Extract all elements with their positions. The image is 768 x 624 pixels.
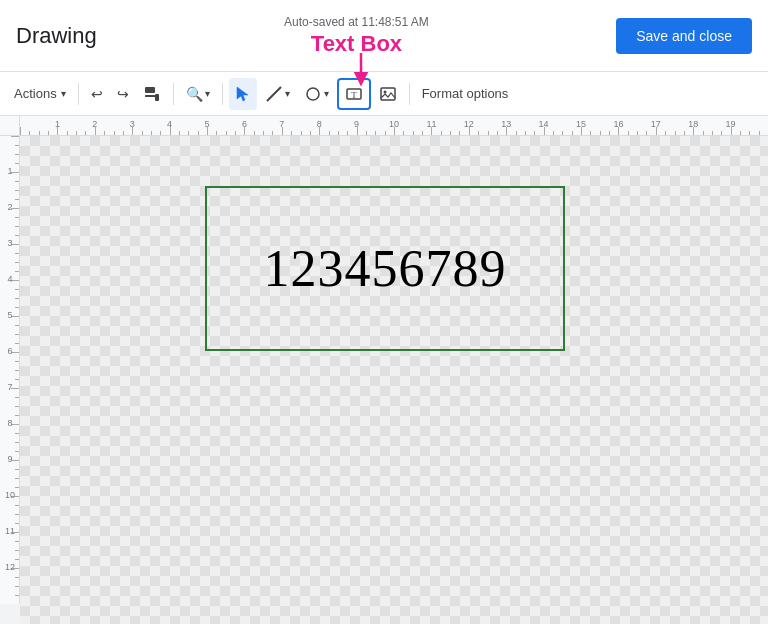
select-icon [235,86,251,102]
svg-rect-3 [145,95,155,97]
canvas-area[interactable]: 123456789 [20,136,768,624]
actions-chevron-icon: ▾ [61,88,66,99]
undo-icon: ↩ [91,86,103,102]
format-options-button[interactable]: Format options [416,78,515,110]
line-icon [265,85,283,103]
horizontal-ruler: 12345678910111213141516171819 [20,116,768,136]
shapes-button[interactable]: ▾ [298,78,335,110]
text-box-content-value: 123456789 [264,239,507,298]
textbox-icon: T [345,85,363,103]
header-center: Auto-saved at 11:48:51 AM Text Box [284,15,429,57]
select-button[interactable] [229,78,257,110]
svg-text:T: T [351,90,357,100]
arrow-icon [346,51,376,87]
format-options-label: Format options [422,86,509,101]
svg-rect-2 [145,87,155,93]
drawing-canvas: 123456789 [20,136,768,624]
autosaved-text: Auto-saved at 11:48:51 AM [284,15,429,29]
ruler-marks: 12345678910111213141516171819 [20,116,768,135]
shapes-icon [304,85,322,103]
actions-label: Actions [14,86,57,101]
toolbar: Actions ▾ ↩ ↪ 🔍 ▾ ▾ [0,72,768,116]
svg-rect-10 [381,88,395,100]
shapes-chevron-icon: ▾ [324,88,329,99]
redo-icon: ↪ [117,86,129,102]
canvas-wrapper: 123456789101112 123456789 [0,136,768,624]
svg-marker-5 [237,87,248,101]
line-tool-button[interactable]: ▾ [259,78,296,110]
zoom-button[interactable]: 🔍 ▾ [180,78,216,110]
svg-point-11 [383,90,386,93]
undo-button[interactable]: ↩ [85,78,109,110]
redo-button[interactable]: ↪ [111,78,135,110]
paint-format-icon [143,85,161,103]
separator-1 [78,83,79,105]
line-chevron-icon: ▾ [285,88,290,99]
zoom-chevron-icon: ▾ [205,88,210,99]
actions-menu-button[interactable]: Actions ▾ [8,78,72,110]
separator-3 [222,83,223,105]
separator-2 [173,83,174,105]
app-title: Drawing [16,23,97,49]
svg-line-6 [267,87,281,101]
zoom-icon: 🔍 [186,86,203,102]
paint-format-button[interactable] [137,78,167,110]
image-icon [379,85,397,103]
ruler-container: 12345678910111213141516171819 [0,116,768,136]
svg-point-7 [307,88,319,100]
vertical-ruler: 123456789101112 [0,136,20,604]
header: Drawing Auto-saved at 11:48:51 AM Text B… [0,0,768,72]
text-box-element[interactable]: 123456789 [205,186,565,351]
separator-4 [409,83,410,105]
image-button[interactable] [373,78,403,110]
svg-rect-4 [155,94,159,101]
ruler-corner [0,116,20,136]
save-close-button[interactable]: Save and close [616,18,752,54]
